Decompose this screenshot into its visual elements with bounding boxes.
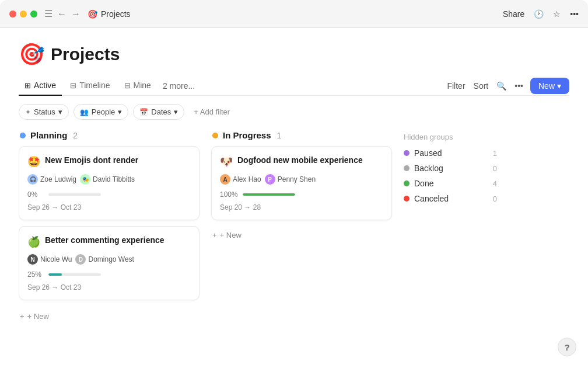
filter-button[interactable]: Filter: [446, 79, 466, 93]
card-commenting-title: Better commenting experience: [45, 235, 164, 245]
tab-timeline-label: Timeline: [79, 81, 110, 90]
hg-canceled[interactable]: Canceled 0: [404, 194, 497, 203]
tab-mine-icon: ⊟: [124, 81, 131, 90]
column-in-progress-header: In Progress 1: [211, 130, 392, 140]
card-commenting-title-row: 🍏 Better commenting experience: [27, 235, 191, 248]
view-options-button[interactable]: •••: [513, 79, 524, 93]
search-button[interactable]: 🔍: [495, 79, 508, 93]
dates-filter-label: Dates: [151, 107, 171, 116]
card-dogfood-icon: 🐶: [220, 155, 233, 168]
hg-paused[interactable]: Paused 1: [404, 148, 497, 158]
card-new-emojis-dates: Sep 26 → Oct 23: [27, 203, 191, 211]
avatar-nicole: N: [27, 254, 38, 265]
people-filter-chevron-icon: ▾: [118, 107, 122, 116]
hg-canceled-label: Canceled: [414, 194, 488, 203]
tabs-right: Filter Sort 🔍 ••• New ▾: [446, 78, 569, 94]
person-nicole-name: Nicole Wu: [40, 255, 72, 263]
hg-canceled-dot: [404, 196, 410, 202]
new-button[interactable]: New ▾: [530, 78, 569, 94]
traffic-light-yellow[interactable]: [20, 11, 27, 18]
avatar-domingo: D: [75, 254, 86, 265]
tab-mine[interactable]: ⊟ Mine: [118, 76, 157, 96]
card-commenting[interactable]: 🍏 Better commenting experience N Nicole …: [19, 226, 200, 300]
avatar-penny: P: [265, 174, 275, 185]
filter-row: ✦ Status ▾ 👥 People ▾ 📅 Dates ▾ + Add fi…: [19, 104, 569, 120]
titlebar-right: Share 🕐 ☆ •••: [503, 9, 579, 19]
column-in-progress: In Progress 1 🐶 Dogfood new mobile exper…: [211, 130, 392, 368]
share-button[interactable]: Share: [503, 9, 524, 19]
card-commenting-icon: 🍏: [27, 235, 40, 248]
hidden-groups-title: Hidden groups: [404, 133, 497, 141]
progress-pct-100: 100%: [220, 190, 238, 199]
sidebar-toggle-icon[interactable]: ☰: [44, 8, 52, 19]
back-icon[interactable]: ←: [57, 9, 66, 19]
tab-timeline[interactable]: ⊟ Timeline: [64, 76, 116, 96]
hg-canceled-count: 0: [493, 195, 497, 203]
traffic-light-green[interactable]: [30, 11, 37, 18]
person-alex-name: Alex Hao: [233, 175, 261, 183]
planning-add-new-label: + New: [27, 312, 49, 321]
column-in-progress-label: In Progress: [223, 130, 271, 140]
card-new-emojis[interactable]: 🤩 New Emojis dont render 🎧 Zoe Ludwig 🎭 …: [19, 146, 200, 220]
board: Planning 2 🤩 New Emojis dont render 🎧 Zo…: [19, 130, 569, 368]
app-title-bar: 🎯 Projects: [88, 9, 131, 19]
progress-bar-bg-0: [48, 193, 101, 196]
hg-backlog-label: Backlog: [414, 164, 488, 173]
help-button[interactable]: ?: [558, 338, 576, 356]
column-planning-header: Planning 2: [19, 130, 200, 140]
progress-pct-25: 25%: [27, 270, 44, 279]
people-filter[interactable]: 👥 People ▾: [74, 104, 128, 120]
add-filter-button[interactable]: + Add filter: [189, 105, 235, 119]
tab-timeline-icon: ⊟: [70, 81, 76, 90]
main-content: 🎯 Projects ⊞ Active ⊟ Timeline ⊟ Mine 2 …: [0, 28, 588, 368]
sort-button[interactable]: Sort: [473, 79, 490, 93]
titlebar: ☰ ← → 🎯 Projects Share 🕐 ☆ •••: [0, 0, 588, 28]
hg-paused-count: 1: [493, 149, 497, 158]
in-progress-add-new-button[interactable]: + + New: [211, 227, 392, 243]
tab-active[interactable]: ⊞ Active: [19, 76, 62, 96]
card-commenting-people: N Nicole Wu D Domingo West: [27, 254, 191, 265]
planning-add-new-button[interactable]: + + New: [19, 308, 200, 324]
hg-done-label: Done: [414, 179, 488, 188]
traffic-light-red[interactable]: [9, 11, 16, 18]
dates-filter[interactable]: 📅 Dates ▾: [133, 104, 184, 120]
person-penny: P Penny Shen: [265, 174, 316, 185]
status-filter[interactable]: ✦ Status ▾: [19, 104, 69, 120]
person-alex: A Alex Hao: [220, 174, 261, 185]
avatar-zoe: 🎧: [27, 174, 38, 185]
card-dogfood-title: Dogfood new mobile experience: [237, 155, 363, 165]
card-new-emojis-title-row: 🤩 New Emojis dont render: [27, 155, 191, 168]
history-icon[interactable]: 🕐: [534, 9, 544, 19]
hg-backlog[interactable]: Backlog 0: [404, 164, 497, 173]
forward-icon[interactable]: →: [71, 9, 80, 19]
person-zoe-name: Zoe Ludwig: [40, 175, 76, 183]
dates-filter-chevron-icon: ▾: [174, 107, 178, 116]
card-new-emojis-people: 🎧 Zoe Ludwig 🎭 David Tibbitts: [27, 174, 191, 185]
status-filter-chevron-icon: ▾: [58, 107, 62, 116]
page-header: 🎯 Projects: [19, 42, 569, 67]
card-new-emojis-icon: 🤩: [27, 155, 40, 168]
card-dogfood[interactable]: 🐶 Dogfood new mobile experience A Alex H…: [211, 146, 392, 220]
page-title: Projects: [51, 44, 120, 64]
hg-backlog-count: 0: [493, 164, 497, 173]
tab-mine-label: Mine: [134, 81, 151, 90]
hg-paused-dot: [404, 150, 410, 156]
tabs-row: ⊞ Active ⊟ Timeline ⊟ Mine 2 more... Fil…: [19, 76, 569, 96]
star-icon[interactable]: ☆: [553, 9, 561, 19]
traffic-lights: [9, 11, 37, 18]
status-filter-label: Status: [34, 107, 55, 116]
dates-filter-icon: 📅: [139, 108, 148, 116]
new-button-label: New: [538, 81, 555, 91]
person-zoe: 🎧 Zoe Ludwig: [27, 174, 76, 185]
more-tabs-button[interactable]: 2 more...: [159, 77, 198, 95]
status-filter-icon: ✦: [25, 108, 31, 116]
hg-done[interactable]: Done 4: [404, 179, 497, 188]
progress-bar-bg-100: [243, 193, 295, 196]
tab-active-icon: ⊞: [24, 81, 31, 90]
card-dogfood-title-row: 🐶 Dogfood new mobile experience: [220, 155, 383, 168]
more-options-icon[interactable]: •••: [570, 9, 579, 19]
progress-bar-fill-100: [243, 193, 295, 196]
card-dogfood-progress: 100%: [220, 190, 383, 199]
progress-pct-0: 0%: [27, 190, 44, 199]
column-planning-count: 2: [73, 131, 78, 140]
